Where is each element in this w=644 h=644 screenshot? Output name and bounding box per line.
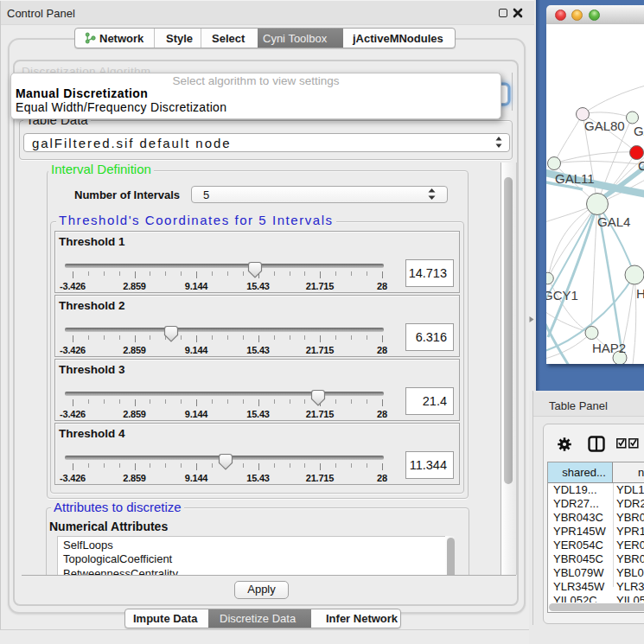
svg-text:GAL11: GAL11 bbox=[555, 171, 595, 186]
svg-text:GAL80: GAL80 bbox=[584, 118, 625, 133]
svg-text:GA: GA bbox=[634, 124, 644, 138]
svg-text:HAP2: HAP2 bbox=[592, 341, 626, 355]
svg-text:C: C bbox=[638, 158, 644, 173]
svg-text:GAL4: GAL4 bbox=[597, 214, 630, 229]
svg-text:HA: HA bbox=[636, 286, 644, 301]
svg-text:GCY1: GCY1 bbox=[546, 288, 578, 303]
